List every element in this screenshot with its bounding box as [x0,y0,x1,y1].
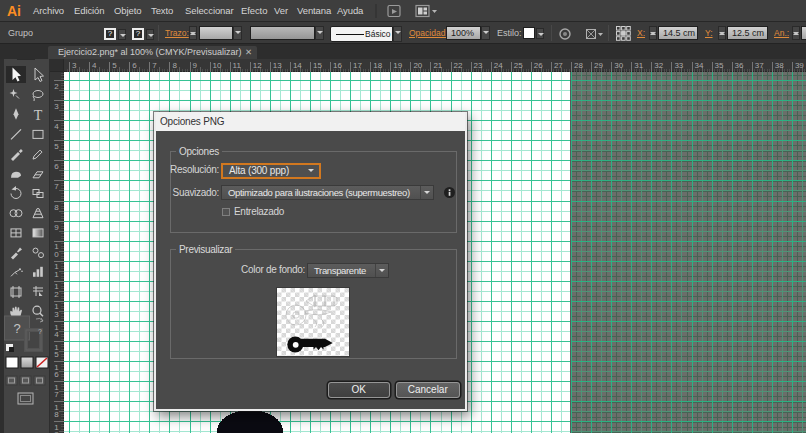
svg-text:22: 22 [454,61,463,70]
svg-text:35: 35 [715,61,724,70]
svg-text:6: 6 [54,162,59,171]
svg-text:8: 8 [172,61,177,70]
svg-text:2: 2 [54,82,59,91]
svg-text:7: 7 [152,61,157,70]
svg-text:4: 4 [54,122,59,131]
svg-text:6: 6 [54,370,59,379]
svg-text:23: 23 [474,61,483,70]
svg-text:4: 4 [54,330,59,339]
svg-text:15: 15 [313,61,322,70]
svg-text:19: 19 [393,61,402,70]
svg-text:31: 31 [634,61,643,70]
svg-text:11: 11 [233,61,242,70]
svg-text:10: 10 [213,61,222,70]
svg-text:37: 37 [755,61,764,70]
svg-text:12: 12 [253,61,262,70]
svg-text:32: 32 [654,61,663,70]
svg-text:1: 1 [54,270,59,279]
svg-text:9: 9 [193,61,198,70]
svg-text:7: 7 [54,390,59,399]
svg-text:26: 26 [534,61,543,70]
svg-text:3: 3 [54,310,59,319]
svg-text:38: 38 [775,61,784,70]
svg-text:27: 27 [554,61,563,70]
svg-text:21: 21 [433,61,442,70]
svg-text:5: 5 [54,350,59,359]
svg-text:24: 24 [494,61,503,70]
svg-text:34: 34 [695,61,704,70]
svg-text:7: 7 [54,182,59,191]
svg-text:3: 3 [54,102,59,111]
svg-text:36: 36 [735,61,744,70]
svg-text:29: 29 [594,61,603,70]
svg-text:6: 6 [132,61,137,70]
svg-text:18: 18 [373,61,382,70]
svg-text:?: ? [13,321,20,336]
svg-text:9: 9 [54,223,59,232]
svg-text:16: 16 [333,61,342,70]
svg-text:2: 2 [54,290,59,299]
svg-text:30: 30 [614,61,623,70]
svg-text:33: 33 [674,61,683,70]
svg-text:39: 39 [795,61,804,70]
svg-text:3: 3 [72,61,77,70]
svg-text:5: 5 [112,61,117,70]
svg-text:8: 8 [54,410,59,419]
svg-text:T: T [34,108,43,123]
svg-text:25: 25 [514,61,523,70]
svg-text:14: 14 [293,61,302,70]
svg-text:5: 5 [54,142,59,151]
svg-text:?: ? [38,328,42,335]
svg-text:0: 0 [54,250,59,259]
svg-text:20: 20 [413,61,422,70]
svg-text:8: 8 [54,203,59,212]
svg-text:28: 28 [574,61,583,70]
svg-text:4: 4 [92,61,97,70]
svg-text:13: 13 [273,61,282,70]
svg-text:17: 17 [353,61,362,70]
